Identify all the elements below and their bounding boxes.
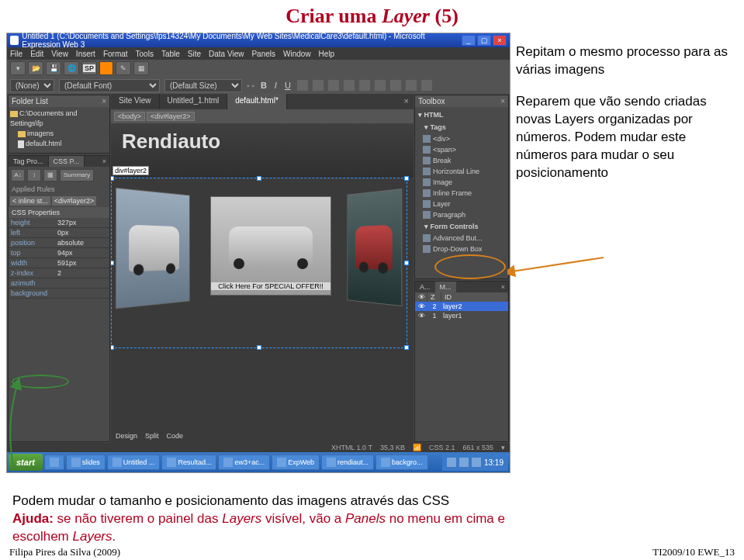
summary-button[interactable]: Summary — [60, 169, 94, 181]
menu-insert[interactable]: Insert — [76, 50, 95, 58]
css-prop-name[interactable]: top — [9, 248, 55, 258]
folder-root[interactable]: C:\Documents and Settings\fp — [10, 109, 108, 129]
css-sort-button[interactable]: A↓ — [11, 169, 25, 181]
tool-button-2[interactable]: ▦ — [133, 61, 149, 75]
eye-icon[interactable]: 👁 — [415, 312, 427, 320]
toolbox-item[interactable]: Paragraph — [417, 209, 507, 220]
menu-view[interactable]: View — [51, 50, 68, 58]
italic-button[interactable]: I — [273, 81, 279, 90]
tab-close-icon[interactable]: × — [400, 94, 414, 109]
menu-tools[interactable]: Tools — [136, 50, 154, 58]
toolbox-section[interactable]: ▾ HTML — [417, 109, 507, 121]
css-prop-name[interactable]: azimuth — [9, 278, 55, 288]
font-select[interactable]: (Default Font) — [59, 79, 160, 92]
sp-button[interactable]: SP — [81, 61, 97, 75]
toolbox-section[interactable]: ▾ Tags — [417, 121, 507, 133]
panel-close-icon[interactable]: × — [99, 156, 109, 167]
tab-css-properties[interactable]: CSS P... — [49, 156, 85, 167]
hyperlink-icon[interactable] — [421, 80, 432, 91]
toolbox-section[interactable]: ▾ Form Controls — [417, 220, 507, 233]
design-canvas[interactable]: Rendiauto div#layer2 Click Here For SPEC… — [111, 123, 414, 429]
task-button[interactable]: Untitled ... — [107, 455, 161, 470]
css-group-button[interactable]: ▦ — [43, 169, 57, 181]
minimize-button[interactable]: _ — [462, 35, 476, 46]
eye-icon[interactable]: 👁 — [415, 302, 427, 310]
open-button[interactable]: 📂 — [28, 61, 43, 75]
css-prop-value[interactable]: 327px — [55, 218, 109, 227]
outdent-icon[interactable] — [375, 80, 386, 91]
menu-site[interactable]: Site — [188, 50, 201, 58]
indent-icon[interactable] — [390, 80, 401, 91]
tab-site-view[interactable]: Site View — [111, 94, 160, 109]
menu-table[interactable]: Table — [161, 50, 180, 58]
breadcrumb-tag[interactable]: <body> — [114, 112, 145, 121]
clock[interactable]: 13:19 — [484, 458, 503, 467]
task-button[interactable]: ExpWeb — [272, 455, 320, 470]
tab-tag-properties[interactable]: Tag Pro... — [9, 156, 49, 167]
align-right-icon[interactable] — [328, 80, 339, 91]
borders-icon[interactable] — [406, 80, 417, 91]
menu-dataview[interactable]: Data View — [209, 50, 244, 58]
layers-tab-a[interactable]: A... — [415, 282, 435, 292]
tray-icon[interactable] — [447, 458, 456, 467]
folder-item[interactable]: default.html — [10, 139, 108, 149]
toolbox-item[interactable]: Advanced But... — [417, 233, 507, 244]
menu-help[interactable]: Help — [319, 50, 335, 58]
toolbox-close-icon[interactable]: × — [500, 97, 505, 105]
code-tab[interactable]: Code — [167, 432, 184, 440]
close-button[interactable]: × — [493, 35, 507, 46]
align-center-icon[interactable] — [313, 80, 324, 91]
status-dropdown-icon[interactable]: ▾ — [501, 444, 505, 451]
toolbox-item[interactable]: Horizontal Line — [417, 166, 507, 177]
layer-selection[interactable] — [111, 178, 407, 348]
css-prop-name[interactable]: z-index — [9, 268, 55, 278]
size-select[interactable]: (Default Size) — [164, 79, 242, 92]
save-button[interactable]: 💾 — [46, 61, 61, 75]
tool-button[interactable]: ✎ — [116, 61, 131, 75]
css-prop-name[interactable]: width — [9, 258, 55, 268]
menu-file[interactable]: File — [10, 50, 22, 58]
task-button[interactable]: slides — [66, 455, 106, 470]
task-button[interactable]: Resultad... — [161, 455, 216, 470]
css-prop-name[interactable]: height — [9, 218, 55, 227]
tray-icon[interactable] — [472, 458, 481, 467]
css-prop-name[interactable]: position — [9, 238, 55, 247]
css-prop-value[interactable] — [55, 289, 109, 298]
task-button[interactable]: rendiaut... — [321, 455, 374, 470]
paragraph-select[interactable]: (None) — [10, 79, 54, 92]
css-prop-name[interactable]: left — [9, 228, 55, 237]
toolbox-item[interactable]: Break — [417, 155, 507, 166]
menu-window[interactable]: Window — [283, 50, 311, 58]
bold-button[interactable]: B — [259, 81, 268, 90]
preview-button[interactable]: 🌐 — [64, 61, 79, 75]
toolbox-item[interactable]: <div> — [417, 133, 507, 144]
folder-close-icon[interactable]: × — [102, 97, 106, 105]
css-prop-value[interactable]: 591px — [55, 258, 109, 268]
css-prop-value[interactable] — [55, 278, 109, 288]
toolbox-item[interactable]: <span> — [417, 144, 507, 155]
split-tab[interactable]: Split — [145, 432, 159, 440]
start-button[interactable]: start — [9, 454, 43, 471]
css-prop-value[interactable]: 0px — [55, 228, 109, 237]
menu-format[interactable]: Format — [103, 50, 128, 58]
css-prop-value[interactable]: 94px — [55, 248, 109, 258]
list-number-icon[interactable] — [359, 80, 370, 91]
toolbox-item[interactable]: Inline Frame — [417, 188, 507, 199]
menu-edit[interactable]: Edit — [30, 50, 43, 58]
underline-button[interactable]: U — [283, 81, 292, 90]
css-rule[interactable]: <div#layer2> — [52, 196, 97, 206]
css-prop-value[interactable]: 2 — [55, 268, 109, 278]
css-prop-value[interactable]: absolute — [55, 238, 109, 247]
font-size-icon[interactable]: ◦ ◦ — [247, 81, 254, 90]
task-button[interactable]: backgro... — [375, 455, 428, 470]
align-left-icon[interactable] — [297, 80, 308, 91]
task-button[interactable]: ew3+ac... — [218, 455, 270, 470]
toolbox-item[interactable]: Image — [417, 177, 507, 188]
new-button[interactable]: ▾ — [10, 61, 26, 75]
css-rule[interactable]: < inline st... — [10, 196, 50, 206]
design-tab[interactable]: Design — [116, 432, 137, 440]
breadcrumb-tag[interactable]: <div#layer2> — [147, 112, 195, 121]
layers-close-icon[interactable]: × — [498, 282, 508, 292]
tray-icon[interactable] — [459, 458, 469, 467]
layers-tab-m[interactable]: M... — [435, 282, 456, 292]
